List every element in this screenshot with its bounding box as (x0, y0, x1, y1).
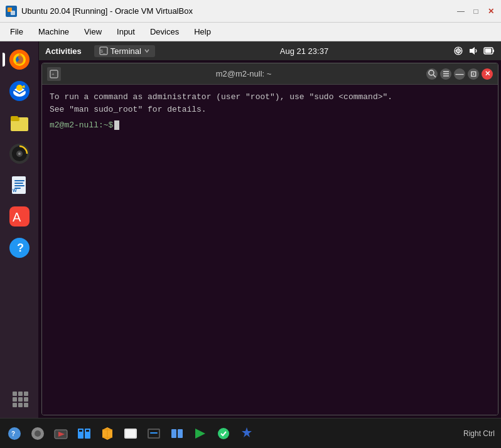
volume-icon (468, 46, 478, 56)
svg-rect-11 (11, 116, 18, 120)
dock-rhythmbox[interactable] (5, 139, 34, 168)
svg-rect-69 (171, 429, 176, 438)
main-area: Activities $_ Terminal Aug 21 23:37 (39, 41, 501, 418)
menu-view[interactable]: View (77, 24, 109, 39)
top-bar-datetime: Aug 21 23:37 (155, 46, 453, 56)
dock-apps-grid[interactable] (5, 384, 34, 413)
svg-rect-45 (485, 49, 492, 53)
dock-files[interactable] (5, 108, 34, 137)
menu-input[interactable]: Input (109, 24, 143, 39)
svg-rect-68 (150, 432, 158, 434)
top-bar-terminal-item[interactable]: $_ Terminal (94, 45, 155, 57)
dock-firefox[interactable] (5, 45, 34, 74)
svg-rect-44 (493, 50, 494, 52)
minimize-button[interactable]: — (456, 6, 466, 16)
svg-marker-42 (470, 47, 475, 55)
svg-rect-2 (11, 11, 15, 15)
svg-point-8 (16, 85, 23, 91)
title-bar: Ubuntu 20.04 [Running] - Oracle VM Virtu… (0, 0, 501, 23)
svg-rect-35 (24, 403, 28, 407)
window-title: Ubuntu 20.04 [Running] - Oracle VM Virtu… (21, 6, 456, 16)
svg-rect-31 (18, 397, 23, 402)
terminal-info-text: To run a command as administrator (user … (50, 91, 490, 115)
menu-bar: File Machine View Input Devices Help (0, 23, 501, 41)
terminal-body[interactable]: To run a command as administrator (user … (42, 85, 498, 415)
svg-rect-27 (13, 392, 17, 396)
dock-thunderbird[interactable] (5, 77, 34, 105)
terminal-minimize-button[interactable]: — (454, 68, 465, 80)
terminal-close-button[interactable]: ✕ (482, 68, 493, 80)
taskbar-item-5[interactable] (97, 423, 118, 444)
terminal-new-tab-icon[interactable]: + (47, 67, 61, 81)
taskbar-item-4[interactable] (73, 423, 95, 444)
svg-rect-34 (18, 403, 23, 407)
chevron-down-icon (144, 48, 150, 54)
terminal-prompt-text: m2@m2-null:~$ (50, 120, 113, 130)
terminal-window: + m2@m2-null: ~ (41, 63, 498, 415)
dock-help[interactable]: ? (5, 233, 34, 262)
svg-rect-62 (79, 430, 82, 432)
window-controls: — □ ✕ (456, 6, 496, 16)
vbox-icon (5, 5, 18, 18)
svg-point-72 (218, 428, 229, 439)
svg-text:?: ? (11, 430, 15, 437)
svg-rect-28 (18, 392, 23, 396)
taskbar-item-2[interactable] (27, 423, 48, 444)
svg-rect-18 (14, 180, 24, 181)
svg-rect-70 (178, 429, 183, 438)
activities-button[interactable]: Activities (45, 46, 82, 56)
svg-point-56 (35, 430, 41, 437)
terminal-cursor (114, 120, 119, 130)
dock-writer[interactable]: W (5, 171, 34, 200)
taskbar-item-11[interactable] (236, 423, 257, 444)
taskbar-item-7[interactable] (143, 423, 164, 444)
taskbar: ? (0, 418, 501, 448)
terminal-title-buttons: — ⊡ ✕ (426, 68, 493, 80)
dock-appstore[interactable]: A (5, 202, 34, 231)
svg-text:+: + (51, 72, 55, 77)
svg-rect-20 (14, 185, 24, 186)
svg-marker-71 (195, 429, 205, 439)
svg-rect-63 (86, 430, 89, 432)
dock: W A ? (0, 41, 39, 418)
top-bar-terminal-label: Terminal (110, 46, 141, 56)
svg-text:A: A (13, 210, 21, 224)
close-button[interactable]: ✕ (486, 6, 496, 16)
svg-rect-65 (126, 430, 136, 437)
terminal-titlebar: + m2@m2-null: ~ (42, 63, 498, 85)
terminal-menu-button[interactable] (440, 68, 451, 80)
svg-line-49 (433, 75, 436, 77)
terminal-search-button[interactable] (426, 68, 438, 80)
network-icon (453, 46, 463, 56)
taskbar-item-8[interactable] (166, 423, 188, 444)
maximize-button[interactable]: □ (471, 6, 481, 16)
taskbar-item-6[interactable] (120, 423, 141, 444)
terminal-title: m2@m2-null: ~ (65, 69, 423, 78)
taskbar-item-10[interactable] (213, 423, 234, 444)
taskbar-item-9[interactable] (190, 423, 211, 444)
top-bar-right (453, 46, 495, 56)
svg-rect-30 (13, 397, 17, 402)
svg-rect-32 (24, 397, 28, 402)
svg-text:?: ? (17, 242, 24, 254)
svg-point-15 (18, 152, 21, 155)
menu-devices[interactable]: Devices (143, 24, 186, 39)
menu-machine[interactable]: Machine (31, 24, 77, 39)
desktop-area: W A ? (0, 41, 501, 418)
right-ctrl-label: Right Ctrl (463, 429, 497, 438)
svg-rect-29 (24, 392, 28, 396)
ubuntu-top-bar: Activities $_ Terminal Aug 21 23:37 (39, 41, 501, 60)
svg-text:W: W (13, 188, 17, 193)
menu-help[interactable]: Help (186, 24, 218, 39)
terminal-maximize-button[interactable]: ⊡ (468, 68, 479, 80)
svg-rect-19 (14, 183, 23, 184)
svg-text:$_: $_ (100, 49, 105, 54)
menu-file[interactable]: File (3, 24, 31, 39)
taskbar-item-3[interactable] (50, 423, 72, 444)
taskbar-item-1[interactable]: ? (4, 423, 25, 444)
battery-icon (483, 46, 495, 56)
svg-rect-33 (13, 403, 17, 407)
svg-point-48 (429, 70, 434, 75)
terminal-prompt: m2@m2-null:~$ (50, 120, 490, 130)
